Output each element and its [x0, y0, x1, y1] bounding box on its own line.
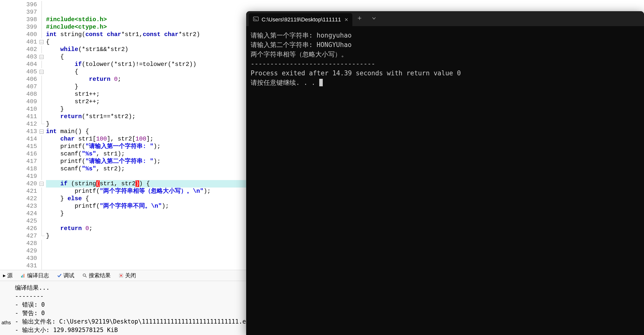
code-line[interactable]: #include<stdio.h> — [46, 16, 249, 24]
code-line[interactable]: printf("两个字符串相等（忽略大小写）。\n"); — [46, 188, 249, 195]
code-line[interactable] — [46, 8, 249, 16]
terminal-tab[interactable]: C:\Users\92119\Desktop\111111 — [249, 13, 352, 26]
fold-column[interactable] — [38, 0, 45, 268]
terminal-tab-title: C:\Users\92119\Desktop\111111 — [262, 16, 341, 23]
svg-line-4 — [85, 276, 86, 277]
close-red-icon — [118, 273, 124, 278]
line-number: 422 — [0, 195, 37, 202]
line-number: 425 — [0, 217, 37, 225]
line-number: 429 — [0, 247, 37, 255]
tab-close-label: 关闭 — [125, 272, 136, 279]
line-number: 398 — [0, 16, 37, 24]
line-number: 397 — [0, 8, 37, 16]
code-line[interactable]: { — [46, 53, 249, 61]
code-line[interactable] — [46, 262, 249, 270]
code-line[interactable]: } — [46, 83, 249, 90]
line-number: 423 — [0, 202, 37, 210]
code-line[interactable]: } — [46, 210, 249, 217]
code-line[interactable]: str2++; — [46, 98, 249, 106]
terminal-icon — [253, 16, 258, 23]
tab-search-results[interactable]: 搜索结果 — [80, 271, 113, 280]
line-number: 408 — [0, 90, 37, 98]
svg-point-3 — [83, 274, 86, 276]
svg-rect-6 — [253, 17, 258, 21]
fold-end-icon — [42, 120, 44, 124]
code-line[interactable]: if (string(str1, str2)) { — [46, 180, 249, 188]
fold-toggle-icon[interactable] — [40, 55, 44, 59]
line-number: 407 — [0, 83, 37, 90]
code-line[interactable] — [46, 247, 249, 255]
code-line[interactable]: #include<ctype.h> — [46, 24, 249, 31]
svg-rect-2 — [24, 274, 24, 278]
terminal-window[interactable]: C:\Users\92119\Desktop\111111 请输入第一个字符串:… — [246, 11, 644, 335]
code-line[interactable]: if(tolower(*str1)!=tolower(*str2)) — [46, 61, 249, 68]
code-line[interactable]: char str1[100], str2[100]; — [46, 135, 249, 143]
code-editor[interactable]: 3963973983994004014024034044054064074084… — [0, 0, 249, 268]
line-number: 399 — [0, 24, 37, 31]
tab-compile-log[interactable]: 编译日志 — [19, 271, 51, 280]
dropdown-button[interactable] — [367, 15, 381, 22]
code-line[interactable] — [46, 172, 249, 180]
line-number: 419 — [0, 172, 37, 180]
line-number: 412 — [0, 120, 37, 128]
code-line[interactable]: } — [46, 106, 249, 113]
terminal-body[interactable]: 请输入第一个字符串: hongyuhao请输入第二个字符串: HONGYUhao… — [246, 26, 644, 92]
tab-debug-label: 调试 — [64, 272, 74, 279]
check-icon — [57, 273, 62, 278]
line-number: 426 — [0, 225, 37, 232]
terminal-line: 请输入第二个字符串: HONGYUhao — [251, 40, 640, 50]
fold-toggle-icon[interactable] — [40, 182, 44, 186]
code-line[interactable]: return 0; — [46, 225, 249, 232]
code-line[interactable]: scanf("%s", str2); — [46, 165, 249, 172]
code-line[interactable]: printf("两个字符串不同。\n"); — [46, 202, 249, 210]
tab-source[interactable]: ▸ 源 — [1, 271, 15, 280]
line-number: 409 — [0, 98, 37, 106]
code-line[interactable]: str1++; — [46, 90, 249, 98]
code-line[interactable]: printf("请输入第二个字符串: "); — [46, 158, 249, 165]
tab-compile-log-label: 编译日志 — [27, 272, 49, 279]
tab-source-label: 源 — [7, 272, 13, 279]
chart-icon — [21, 273, 26, 278]
svg-rect-1 — [22, 275, 23, 278]
terminal-titlebar[interactable]: C:\Users\92119\Desktop\111111 — [246, 11, 644, 26]
line-number: 430 — [0, 255, 37, 262]
code-line[interactable]: } — [46, 232, 249, 240]
code-line[interactable]: { — [46, 68, 249, 76]
code-line[interactable]: } else { — [46, 195, 249, 202]
code-text-area[interactable]: #include<stdio.h>#include<ctype.h>int st… — [45, 0, 249, 268]
code-line[interactable]: while(*str1&&*str2) — [46, 46, 249, 53]
fold-toggle-icon[interactable] — [40, 70, 44, 74]
sidebar-paths-fragment: aths — [0, 318, 12, 327]
code-line[interactable] — [46, 255, 249, 262]
tab-close[interactable]: 关闭 — [116, 271, 138, 280]
code-line[interactable]: { — [46, 38, 249, 46]
terminal-line: -------------------------------- — [251, 59, 640, 68]
fold-toggle-icon[interactable] — [40, 40, 44, 44]
new-tab-button[interactable] — [352, 15, 367, 22]
code-line[interactable] — [46, 217, 249, 225]
line-number: 406 — [0, 76, 37, 83]
code-line[interactable]: int main() { — [46, 128, 249, 135]
code-line[interactable]: return 0; — [46, 76, 249, 83]
tab-debug[interactable]: 调试 — [55, 271, 76, 280]
search-icon — [82, 273, 87, 278]
line-number: 411 — [0, 113, 37, 120]
line-number: 400 — [0, 31, 37, 38]
code-line[interactable] — [46, 1, 249, 8]
line-number: 427 — [0, 232, 37, 240]
code-line[interactable]: scanf("%s", str1); — [46, 150, 249, 158]
fold-end-icon — [42, 232, 44, 236]
fold-toggle-icon[interactable] — [40, 130, 44, 134]
code-line[interactable]: printf("请输入第一个字符串: "); — [46, 143, 249, 150]
line-number-gutter: 3963973983994004014024034044054064074084… — [0, 0, 38, 268]
code-line[interactable]: int string(const char*str1,const char*st… — [46, 31, 249, 38]
code-line[interactable]: return(*str1==*str2); — [46, 113, 249, 120]
line-number: 410 — [0, 106, 37, 113]
terminal-cursor — [319, 79, 323, 86]
line-number: 417 — [0, 158, 37, 165]
line-number: 424 — [0, 210, 37, 217]
line-number: 415 — [0, 143, 37, 150]
code-line[interactable] — [46, 240, 249, 247]
close-icon[interactable] — [344, 17, 349, 22]
code-line[interactable]: } — [46, 120, 249, 128]
